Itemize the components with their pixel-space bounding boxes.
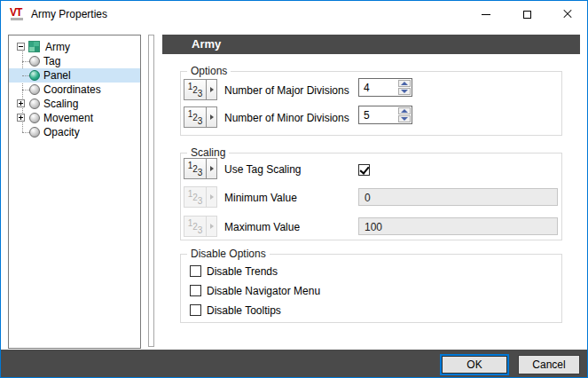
tree-panel-splitter[interactable]: [148, 35, 154, 347]
tree-item-label: Opacity: [43, 126, 80, 138]
options-group-title: Options: [187, 65, 231, 77]
minimum-value-field: 0: [358, 188, 558, 206]
panel-header: Army: [162, 35, 580, 54]
tree-item-scaling[interactable]: Scaling: [9, 97, 140, 111]
123-icon: 123: [184, 217, 207, 236]
vt-app-icon: VT: [10, 6, 26, 22]
tag-arrow-icon[interactable]: [207, 80, 216, 99]
ok-button[interactable]: OK: [442, 356, 507, 374]
tree-item-coordinates[interactable]: Coordinates: [9, 83, 140, 97]
spin-up-icon[interactable]: [398, 107, 411, 114]
tree-item-label: Tag: [43, 55, 60, 67]
tree-item-label: Panel: [43, 69, 71, 82]
tree-item-panel[interactable]: Panel: [9, 68, 140, 83]
123-icon: 123: [184, 107, 207, 127]
minor-divisions-label: Number of Minor Divisions: [224, 112, 349, 124]
title-bar[interactable]: VT Army Properties: [1, 1, 587, 28]
tree-item-tag[interactable]: Tag: [9, 54, 140, 68]
property-ball-icon: [29, 127, 40, 138]
123-icon: 123: [184, 80, 207, 99]
major-divisions-value[interactable]: 4: [359, 79, 397, 96]
disable-trends-label: Disable Trends: [207, 265, 278, 278]
disable-navigator-menu-label: Disable Navigator Menu: [207, 285, 320, 297]
123-icon: 123: [184, 187, 207, 207]
close-button[interactable]: [547, 1, 588, 28]
use-tag-scaling-checkbox[interactable]: [358, 164, 370, 176]
tree-item-movement[interactable]: Movement: [9, 111, 140, 125]
tag-arrow-icon: [207, 187, 216, 207]
expand-icon[interactable]: [17, 114, 25, 122]
disable-navigator-menu-checkbox[interactable]: [190, 285, 201, 296]
collapse-icon[interactable]: [17, 43, 25, 51]
cancel-button[interactable]: Cancel: [518, 355, 580, 374]
tag-arrow-icon[interactable]: [207, 107, 216, 127]
disable-tooltips-checkbox[interactable]: [190, 304, 201, 316]
minimize-button[interactable]: [466, 1, 506, 28]
tree-item-label: Movement: [43, 112, 93, 124]
property-ball-icon: [29, 98, 40, 109]
tree-item-army[interactable]: Army: [9, 40, 140, 54]
army-properties-dialog: VT Army Properties Army Tag Panel Coordi…: [0, 0, 588, 378]
123-icon: 123: [184, 159, 207, 178]
tag-binding-button-maximum-value: 123: [184, 216, 217, 237]
tree-connector-stub: [22, 75, 29, 76]
property-tree: Army Tag Panel Coordinates Scaling Movem…: [8, 35, 141, 349]
disable-trends-checkbox[interactable]: [190, 265, 201, 277]
tree-item-opacity[interactable]: Opacity: [9, 125, 140, 139]
maximize-icon: [523, 11, 531, 19]
tag-binding-button-use-tag-scaling[interactable]: 123: [184, 158, 217, 179]
property-ball-icon: [29, 113, 40, 123]
maximum-value-label: Maximum Value: [224, 221, 300, 233]
spin-down-icon[interactable]: [398, 115, 411, 122]
close-icon: [562, 9, 573, 20]
tag-arrow-icon: [207, 217, 216, 236]
tree-connector-stub: [22, 61, 29, 62]
disable-tooltips-label: Disable Tooltips: [207, 304, 281, 317]
tree-item-label: Scaling: [43, 98, 78, 110]
use-tag-scaling-label: Use Tag Scaling: [224, 163, 302, 176]
expand-icon[interactable]: [17, 99, 25, 107]
window-title: Army Properties: [31, 8, 107, 20]
scaling-group-title: Scaling: [187, 146, 229, 159]
major-divisions-label: Number of Major Divisions: [224, 84, 349, 97]
minimize-icon: [482, 14, 490, 15]
minimum-value-label: Minimum Value: [224, 192, 297, 204]
property-ball-icon: [29, 84, 40, 95]
army-panel-icon: [28, 41, 40, 52]
tag-binding-button-major-divisions[interactable]: 123: [184, 79, 217, 100]
property-ball-icon-active: [29, 70, 40, 81]
minor-divisions-spinner[interactable]: 5: [358, 106, 412, 124]
property-ball-icon: [29, 56, 40, 67]
tag-binding-button-minor-divisions[interactable]: 123: [184, 106, 217, 128]
major-divisions-spinner[interactable]: 4: [358, 78, 412, 97]
maximize-button[interactable]: [506, 1, 547, 28]
tag-arrow-icon[interactable]: [207, 159, 216, 178]
tree-connector-stub: [22, 90, 29, 91]
tree-item-label: Army: [45, 41, 70, 53]
spin-up-icon[interactable]: [398, 80, 411, 87]
tag-binding-button-minimum-value: 123: [184, 186, 217, 208]
minor-divisions-value[interactable]: 5: [359, 106, 397, 123]
panel-header-title: Army: [192, 37, 221, 51]
tree-connector-stub: [22, 132, 29, 133]
disable-options-group-title: Disable Options: [187, 248, 270, 260]
tree-item-label: Coordinates: [43, 83, 101, 96]
spin-down-icon[interactable]: [398, 88, 411, 95]
maximum-value-field: 100: [358, 217, 558, 235]
